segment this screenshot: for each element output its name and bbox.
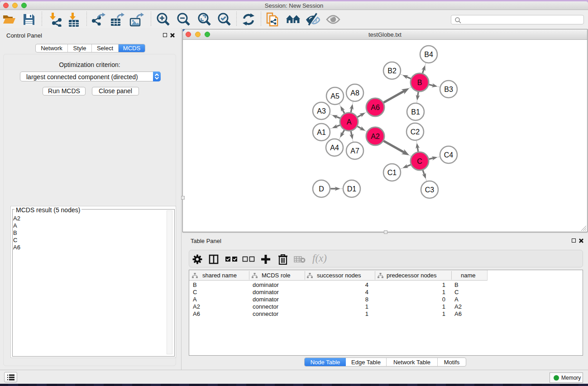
svg-text:B4: B4 (424, 51, 433, 58)
svg-text:C3: C3 (425, 186, 435, 194)
svg-text:C1: C1 (387, 169, 397, 176)
svg-text:A: A (347, 118, 352, 126)
svg-text:A5: A5 (330, 92, 339, 100)
svg-text:C2: C2 (411, 128, 420, 136)
svg-text:A7: A7 (350, 147, 359, 155)
svg-text:B: B (417, 79, 422, 86)
svg-text:C4: C4 (444, 151, 454, 159)
svg-text:A3: A3 (317, 107, 326, 115)
svg-text:D: D (319, 185, 324, 193)
svg-text:B2: B2 (387, 67, 397, 75)
svg-text:D1: D1 (347, 185, 357, 193)
svg-text:A8: A8 (350, 89, 359, 97)
svg-text:A2: A2 (371, 133, 380, 140)
svg-text:A6: A6 (371, 104, 380, 111)
svg-text:A4: A4 (330, 144, 339, 152)
svg-text:B3: B3 (444, 86, 453, 93)
svg-text:A1: A1 (317, 129, 326, 136)
svg-text:B1: B1 (411, 108, 420, 116)
svg-text:C: C (417, 157, 422, 165)
